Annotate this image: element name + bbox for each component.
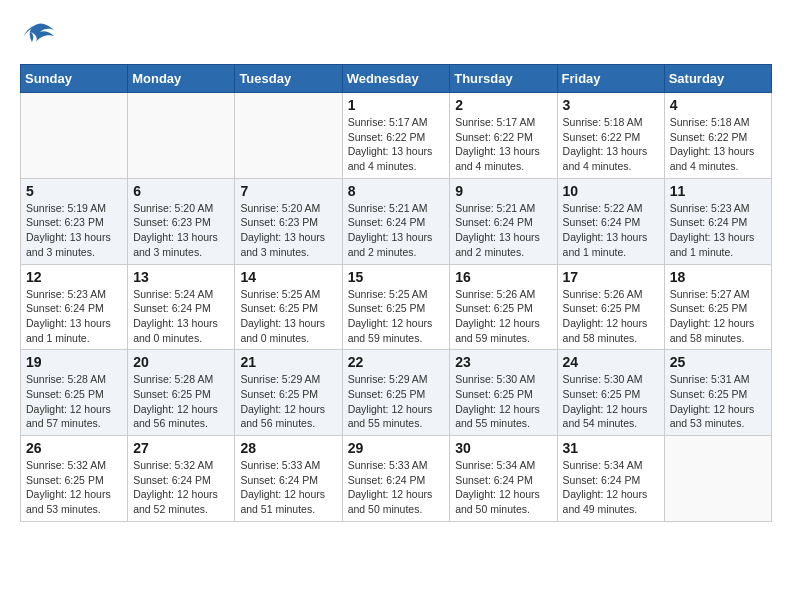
day-info-2: Sunrise: 5:17 AM Sunset: 6:22 PM Dayligh… [455, 115, 551, 174]
day-info-15: Sunrise: 5:25 AM Sunset: 6:25 PM Dayligh… [348, 287, 445, 346]
day-cell-14: 14Sunrise: 5:25 AM Sunset: 6:25 PM Dayli… [235, 264, 342, 350]
day-info-14: Sunrise: 5:25 AM Sunset: 6:25 PM Dayligh… [240, 287, 336, 346]
day-number-4: 4 [670, 97, 766, 113]
day-info-29: Sunrise: 5:33 AM Sunset: 6:24 PM Dayligh… [348, 458, 445, 517]
day-number-30: 30 [455, 440, 551, 456]
day-cell-22: 22Sunrise: 5:29 AM Sunset: 6:25 PM Dayli… [342, 350, 450, 436]
header-day-saturday: Saturday [664, 65, 771, 93]
header-day-sunday: Sunday [21, 65, 128, 93]
header-day-thursday: Thursday [450, 65, 557, 93]
day-info-11: Sunrise: 5:23 AM Sunset: 6:24 PM Dayligh… [670, 201, 766, 260]
day-number-27: 27 [133, 440, 229, 456]
day-cell-30: 30Sunrise: 5:34 AM Sunset: 6:24 PM Dayli… [450, 436, 557, 522]
day-number-23: 23 [455, 354, 551, 370]
week-row-4: 19Sunrise: 5:28 AM Sunset: 6:25 PM Dayli… [21, 350, 772, 436]
day-info-3: Sunrise: 5:18 AM Sunset: 6:22 PM Dayligh… [563, 115, 659, 174]
day-cell-23: 23Sunrise: 5:30 AM Sunset: 6:25 PM Dayli… [450, 350, 557, 436]
day-info-4: Sunrise: 5:18 AM Sunset: 6:22 PM Dayligh… [670, 115, 766, 174]
day-info-24: Sunrise: 5:30 AM Sunset: 6:25 PM Dayligh… [563, 372, 659, 431]
day-number-16: 16 [455, 269, 551, 285]
day-info-30: Sunrise: 5:34 AM Sunset: 6:24 PM Dayligh… [455, 458, 551, 517]
page-header [20, 20, 772, 48]
day-info-19: Sunrise: 5:28 AM Sunset: 6:25 PM Dayligh… [26, 372, 122, 431]
week-row-2: 5Sunrise: 5:19 AM Sunset: 6:23 PM Daylig… [21, 178, 772, 264]
day-info-28: Sunrise: 5:33 AM Sunset: 6:24 PM Dayligh… [240, 458, 336, 517]
calendar-body: 1Sunrise: 5:17 AM Sunset: 6:22 PM Daylig… [21, 93, 772, 522]
day-info-16: Sunrise: 5:26 AM Sunset: 6:25 PM Dayligh… [455, 287, 551, 346]
day-number-19: 19 [26, 354, 122, 370]
day-info-20: Sunrise: 5:28 AM Sunset: 6:25 PM Dayligh… [133, 372, 229, 431]
day-info-31: Sunrise: 5:34 AM Sunset: 6:24 PM Dayligh… [563, 458, 659, 517]
day-cell-19: 19Sunrise: 5:28 AM Sunset: 6:25 PM Dayli… [21, 350, 128, 436]
day-number-25: 25 [670, 354, 766, 370]
day-number-12: 12 [26, 269, 122, 285]
empty-cell [128, 93, 235, 179]
day-cell-24: 24Sunrise: 5:30 AM Sunset: 6:25 PM Dayli… [557, 350, 664, 436]
day-cell-1: 1Sunrise: 5:17 AM Sunset: 6:22 PM Daylig… [342, 93, 450, 179]
day-cell-25: 25Sunrise: 5:31 AM Sunset: 6:25 PM Dayli… [664, 350, 771, 436]
day-info-8: Sunrise: 5:21 AM Sunset: 6:24 PM Dayligh… [348, 201, 445, 260]
day-number-5: 5 [26, 183, 122, 199]
week-row-3: 12Sunrise: 5:23 AM Sunset: 6:24 PM Dayli… [21, 264, 772, 350]
day-cell-13: 13Sunrise: 5:24 AM Sunset: 6:24 PM Dayli… [128, 264, 235, 350]
logo [20, 20, 60, 48]
day-cell-8: 8Sunrise: 5:21 AM Sunset: 6:24 PM Daylig… [342, 178, 450, 264]
empty-cell [21, 93, 128, 179]
day-cell-11: 11Sunrise: 5:23 AM Sunset: 6:24 PM Dayli… [664, 178, 771, 264]
day-info-1: Sunrise: 5:17 AM Sunset: 6:22 PM Dayligh… [348, 115, 445, 174]
day-number-29: 29 [348, 440, 445, 456]
day-info-21: Sunrise: 5:29 AM Sunset: 6:25 PM Dayligh… [240, 372, 336, 431]
day-info-27: Sunrise: 5:32 AM Sunset: 6:24 PM Dayligh… [133, 458, 229, 517]
day-number-2: 2 [455, 97, 551, 113]
day-number-18: 18 [670, 269, 766, 285]
day-cell-26: 26Sunrise: 5:32 AM Sunset: 6:25 PM Dayli… [21, 436, 128, 522]
day-cell-20: 20Sunrise: 5:28 AM Sunset: 6:25 PM Dayli… [128, 350, 235, 436]
day-cell-17: 17Sunrise: 5:26 AM Sunset: 6:25 PM Dayli… [557, 264, 664, 350]
header-day-monday: Monday [128, 65, 235, 93]
calendar-table: SundayMondayTuesdayWednesdayThursdayFrid… [20, 64, 772, 522]
day-number-6: 6 [133, 183, 229, 199]
day-cell-27: 27Sunrise: 5:32 AM Sunset: 6:24 PM Dayli… [128, 436, 235, 522]
day-number-14: 14 [240, 269, 336, 285]
day-info-26: Sunrise: 5:32 AM Sunset: 6:25 PM Dayligh… [26, 458, 122, 517]
day-number-20: 20 [133, 354, 229, 370]
day-cell-6: 6Sunrise: 5:20 AM Sunset: 6:23 PM Daylig… [128, 178, 235, 264]
day-info-9: Sunrise: 5:21 AM Sunset: 6:24 PM Dayligh… [455, 201, 551, 260]
empty-cell [664, 436, 771, 522]
day-cell-18: 18Sunrise: 5:27 AM Sunset: 6:25 PM Dayli… [664, 264, 771, 350]
calendar-header: SundayMondayTuesdayWednesdayThursdayFrid… [21, 65, 772, 93]
day-cell-10: 10Sunrise: 5:22 AM Sunset: 6:24 PM Dayli… [557, 178, 664, 264]
day-number-17: 17 [563, 269, 659, 285]
day-number-3: 3 [563, 97, 659, 113]
header-day-wednesday: Wednesday [342, 65, 450, 93]
day-cell-21: 21Sunrise: 5:29 AM Sunset: 6:25 PM Dayli… [235, 350, 342, 436]
day-cell-16: 16Sunrise: 5:26 AM Sunset: 6:25 PM Dayli… [450, 264, 557, 350]
day-info-22: Sunrise: 5:29 AM Sunset: 6:25 PM Dayligh… [348, 372, 445, 431]
day-cell-12: 12Sunrise: 5:23 AM Sunset: 6:24 PM Dayli… [21, 264, 128, 350]
day-number-28: 28 [240, 440, 336, 456]
week-row-1: 1Sunrise: 5:17 AM Sunset: 6:22 PM Daylig… [21, 93, 772, 179]
day-cell-3: 3Sunrise: 5:18 AM Sunset: 6:22 PM Daylig… [557, 93, 664, 179]
day-cell-29: 29Sunrise: 5:33 AM Sunset: 6:24 PM Dayli… [342, 436, 450, 522]
day-cell-15: 15Sunrise: 5:25 AM Sunset: 6:25 PM Dayli… [342, 264, 450, 350]
day-number-21: 21 [240, 354, 336, 370]
day-info-6: Sunrise: 5:20 AM Sunset: 6:23 PM Dayligh… [133, 201, 229, 260]
header-day-tuesday: Tuesday [235, 65, 342, 93]
day-info-18: Sunrise: 5:27 AM Sunset: 6:25 PM Dayligh… [670, 287, 766, 346]
day-number-26: 26 [26, 440, 122, 456]
week-row-5: 26Sunrise: 5:32 AM Sunset: 6:25 PM Dayli… [21, 436, 772, 522]
day-cell-5: 5Sunrise: 5:19 AM Sunset: 6:23 PM Daylig… [21, 178, 128, 264]
day-info-25: Sunrise: 5:31 AM Sunset: 6:25 PM Dayligh… [670, 372, 766, 431]
day-info-13: Sunrise: 5:24 AM Sunset: 6:24 PM Dayligh… [133, 287, 229, 346]
day-cell-28: 28Sunrise: 5:33 AM Sunset: 6:24 PM Dayli… [235, 436, 342, 522]
day-number-1: 1 [348, 97, 445, 113]
day-cell-31: 31Sunrise: 5:34 AM Sunset: 6:24 PM Dayli… [557, 436, 664, 522]
day-number-9: 9 [455, 183, 551, 199]
logo-icon [20, 20, 56, 48]
day-number-15: 15 [348, 269, 445, 285]
day-number-8: 8 [348, 183, 445, 199]
day-cell-2: 2Sunrise: 5:17 AM Sunset: 6:22 PM Daylig… [450, 93, 557, 179]
day-number-11: 11 [670, 183, 766, 199]
day-number-10: 10 [563, 183, 659, 199]
day-cell-7: 7Sunrise: 5:20 AM Sunset: 6:23 PM Daylig… [235, 178, 342, 264]
